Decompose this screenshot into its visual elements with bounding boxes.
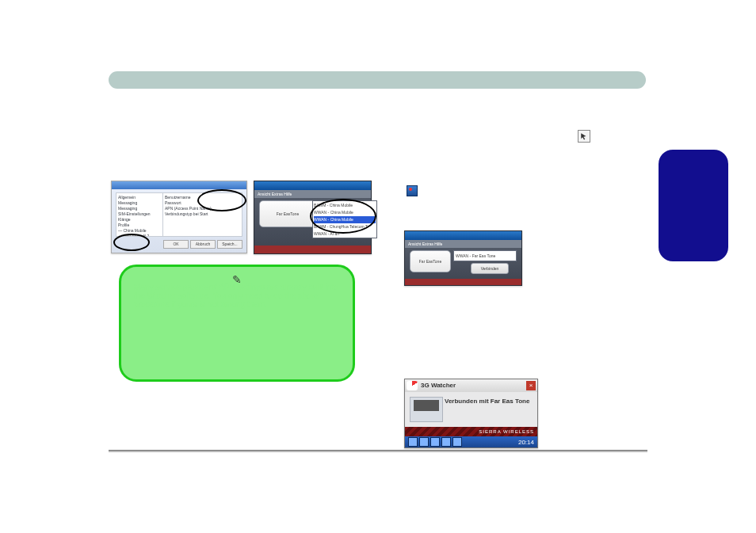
body-text: in the task bar to display the Watcher u… (420, 185, 642, 219)
connect-button-label: Verbinden (481, 266, 499, 271)
tray-icon[interactable] (408, 437, 418, 447)
brand-footer (405, 279, 521, 285)
screenshot-watcher-settings: Allgemein Messaging Messaging SIM-Einste… (111, 181, 247, 253)
annotation-ellipse (113, 234, 150, 251)
tray-icon[interactable] (441, 437, 451, 447)
window-titlebar (112, 181, 246, 189)
screenshot-3g-watcher-dropdown: Ansicht Extras Hilfe Far EasTone BAWM - … (254, 181, 372, 254)
carrier-label: Far EasTone (277, 211, 299, 216)
tree-item: — China Mobile (118, 228, 161, 234)
tray-icon[interactable] (419, 437, 429, 447)
tray-icons (408, 437, 462, 447)
field-label: Verbindungstyp bei Start (165, 211, 240, 217)
note-box: ✎ Many service providers' APN settings a… (119, 265, 355, 382)
footer-chapter: Using 3.5G Connectivity (444, 458, 602, 469)
app-logo-icon (407, 381, 418, 390)
ok-button[interactable]: OK (163, 240, 189, 249)
tree-item: Klänge (118, 217, 161, 223)
profile-combo[interactable]: WWAN - Far Eas Tone (453, 250, 517, 261)
section-header-bar (109, 71, 646, 89)
body-text: 9. Click the Watcher icon (388, 119, 571, 130)
connect-button[interactable]: Verbinden (471, 263, 509, 274)
taskbar-clock: 20:14 (518, 439, 534, 446)
annotation-ellipse (310, 199, 376, 234)
tree-item: Messaging (118, 206, 161, 211)
brand-footer (254, 246, 371, 253)
tray-icon[interactable] (430, 437, 440, 447)
window-titlebar (405, 231, 521, 240)
tray-icon[interactable] (452, 437, 462, 447)
footer-page: 10 - 7 (618, 458, 639, 469)
laptop-icon (410, 397, 443, 422)
combo-value: WWAN - Far Eas Tone (456, 253, 495, 258)
window-title: 3G Watcher (405, 379, 537, 392)
body-text: 10. Once the connection has been establi… (388, 301, 642, 334)
brand-strip: SIERRA WIRELESS (405, 427, 537, 436)
watcher-tray-icon (407, 185, 418, 196)
window-titlebar (254, 181, 371, 190)
taskbar: 20:14 (405, 436, 537, 447)
settings-tree: Allgemein Messaging Messaging SIM-Einste… (116, 192, 163, 237)
menubar: Ansicht Extras Hilfe (405, 240, 521, 248)
cursor-icon (578, 130, 590, 143)
tree-item: Allgemein (118, 195, 161, 200)
tree-item: Profile (118, 223, 161, 228)
tree-item: SIM-Einstellungen (118, 211, 161, 217)
note-text: Many service providers' APN settings are… (134, 283, 338, 309)
footer-divider (109, 450, 647, 452)
annotation-ellipse (197, 189, 246, 211)
apply-button[interactable]: Speich... (217, 240, 242, 249)
menubar: Ansicht Extras Hilfe (254, 190, 371, 198)
close-icon[interactable]: × (526, 381, 536, 390)
cancel-button[interactable]: Abbruch (190, 240, 216, 249)
screenshot-3g-watcher-connect: Ansicht Extras Hilfe Far EasTone WWAN - … (404, 230, 522, 286)
connected-message: Verbunden mit Far Eas Tone (445, 397, 533, 405)
screenshot-connected-toast: 3G Watcher × Verbunden mit Far Eas Tone … (404, 379, 538, 448)
pencil-icon: ✎ (232, 273, 242, 286)
signal-panel: Far EasTone (410, 250, 451, 272)
chapter-tab (659, 150, 728, 261)
signal-panel: Far EasTone (259, 200, 316, 227)
carrier-label: Far EasTone (419, 259, 441, 264)
window-titlebar: 3G Watcher × (405, 379, 537, 392)
tree-item: Messaging (118, 200, 161, 206)
